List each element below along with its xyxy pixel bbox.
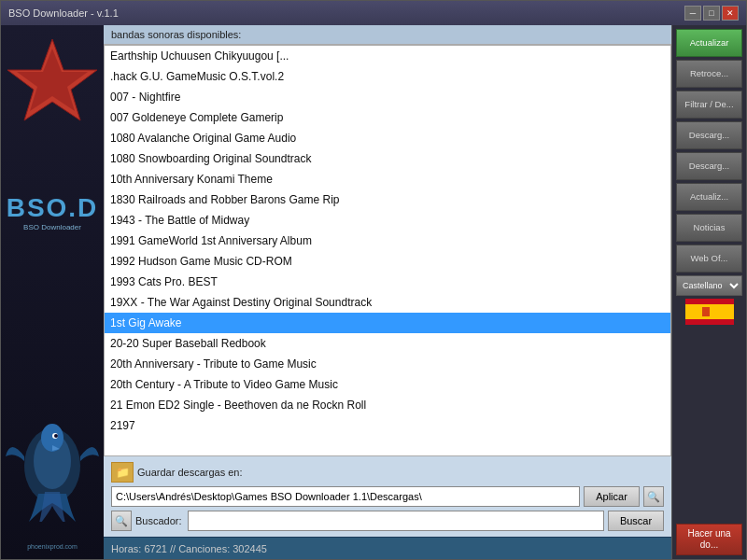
status-text: Horas: 6721 // Canciones: 302445 bbox=[111, 543, 267, 554]
list-item[interactable]: Earthship Uchuusen Chikyuugou [... bbox=[105, 46, 670, 66]
right-panel: Actualizar Retroce... Filtrar / De... De… bbox=[671, 25, 746, 559]
section-header: bandas sonoras disponibles: bbox=[104, 25, 671, 45]
list-item[interactable]: 007 - Nightfire bbox=[105, 87, 670, 107]
descargar1-button[interactable]: Descarg... bbox=[676, 121, 742, 149]
phoenix-logo bbox=[6, 410, 99, 522]
list-item[interactable]: 1943 - The Battle of Midway bbox=[105, 210, 670, 231]
search-input[interactable] bbox=[188, 511, 604, 531]
list-item[interactable]: 19XX - The War Against Destiny Original … bbox=[105, 292, 670, 313]
close-button[interactable]: ✕ bbox=[722, 6, 739, 21]
list-item[interactable]: 20-20 Super Baseball Redbook bbox=[105, 333, 670, 354]
list-item[interactable]: 21 Emon ED2 Single - Beethoven da ne Roc… bbox=[105, 395, 670, 415]
noticias-button[interactable]: Noticias bbox=[676, 214, 742, 242]
site-text: phoenixprod.com bbox=[27, 543, 78, 550]
filtrar-button[interactable]: Filtrar / De... bbox=[676, 91, 742, 119]
title-bar: BSO Downloader - v.1.1 ─ □ ✕ bbox=[1, 1, 746, 25]
spacer bbox=[676, 328, 742, 521]
status-bar: Horas: 6721 // Canciones: 302445 bbox=[104, 537, 671, 559]
bottom-controls: 📁 Guardar descargas en: Aplicar 🔍 🔍 Busc… bbox=[104, 456, 671, 537]
star-logo bbox=[6, 35, 99, 203]
svg-point-6 bbox=[54, 434, 58, 438]
buscar-button[interactable]: Buscar bbox=[608, 511, 664, 531]
minimize-button[interactable]: ─ bbox=[684, 6, 701, 21]
main-content: BSO.D BSO Downloader bbox=[1, 25, 746, 559]
list-item[interactable]: 1st Gig Awake bbox=[105, 313, 670, 333]
actualizar2-button[interactable]: Actualiz... bbox=[676, 183, 742, 211]
section-label: bandas sonoras disponibles: bbox=[111, 29, 241, 40]
center-panel: bandas sonoras disponibles: Earthship Uc… bbox=[104, 25, 671, 559]
list-item[interactable]: .hack G.U. GameMusic O.S.T.vol.2 bbox=[105, 66, 670, 87]
svg-rect-9 bbox=[702, 307, 710, 316]
spanish-flag-icon bbox=[685, 299, 734, 325]
language-selector[interactable]: Castellano English bbox=[676, 275, 742, 296]
logo-area: BSO.D BSO Downloader bbox=[1, 25, 104, 559]
download-path-row: 📁 Guardar descargas en: bbox=[111, 462, 664, 483]
search-row: 🔍 Buscador: Buscar bbox=[111, 511, 664, 531]
list-item[interactable]: 20th Anniversary - Tribute to Game Music bbox=[105, 354, 670, 374]
list-item[interactable]: 1991 GameWorld 1st Anniversary Album bbox=[105, 231, 670, 251]
retroceder-button[interactable]: Retroce... bbox=[676, 60, 742, 88]
buscar-label: Buscador: bbox=[135, 515, 182, 526]
bso-logo-text: BSO.D bbox=[7, 193, 99, 223]
descargar2-button[interactable]: Descarg... bbox=[676, 152, 742, 180]
path-row: Aplicar 🔍 bbox=[111, 486, 664, 507]
actualizar-button[interactable]: Actualizar bbox=[676, 29, 742, 57]
window-title: BSO Downloader - v.1.1 bbox=[8, 7, 119, 19]
search-icon-button[interactable]: 🔍 bbox=[111, 511, 132, 531]
guardar-label: Guardar descargas en: bbox=[137, 467, 243, 478]
maximize-button[interactable]: □ bbox=[703, 6, 720, 21]
path-input[interactable] bbox=[111, 486, 580, 507]
web-of-button[interactable]: Web Of... bbox=[676, 245, 742, 273]
list-item[interactable]: 1080 Avalanche Original Game Audio bbox=[105, 128, 670, 148]
list-item[interactable]: 1080 Snowboarding Original Soundtrack bbox=[105, 148, 670, 169]
list-item[interactable]: 2197 bbox=[105, 415, 670, 436]
path-search-icon-button[interactable]: 🔍 bbox=[643, 486, 664, 507]
list-item[interactable]: 1830 Railroads and Robber Barons Game Ri… bbox=[105, 189, 670, 210]
apply-button[interactable]: Aplicar bbox=[584, 486, 640, 507]
list-item[interactable]: 10th Anniversary Konami Theme bbox=[105, 169, 670, 189]
list-item[interactable]: 1992 Hudson Game Music CD-ROM bbox=[105, 251, 670, 272]
hacer-donation-button[interactable]: Hacer una do... bbox=[676, 524, 742, 555]
left-panel: BSO.D BSO Downloader bbox=[1, 25, 104, 559]
main-window: BSO Downloader - v.1.1 ─ □ ✕ BSO.D BSO D… bbox=[0, 0, 747, 560]
title-bar-buttons: ─ □ ✕ bbox=[684, 6, 739, 21]
soundtrack-list[interactable]: Earthship Uchuusen Chikyuugou [....hack … bbox=[104, 45, 671, 456]
bso-subtext: BSO Downloader bbox=[23, 223, 81, 231]
list-item[interactable]: 007 Goldeneye Complete Gamerip bbox=[105, 107, 670, 128]
folder-button[interactable]: 📁 bbox=[111, 462, 134, 483]
svg-rect-10 bbox=[703, 306, 709, 307]
list-item[interactable]: 1993 Cats Pro. BEST bbox=[105, 272, 670, 292]
list-item[interactable]: 20th Century - A Tribute to Video Game M… bbox=[105, 374, 670, 395]
